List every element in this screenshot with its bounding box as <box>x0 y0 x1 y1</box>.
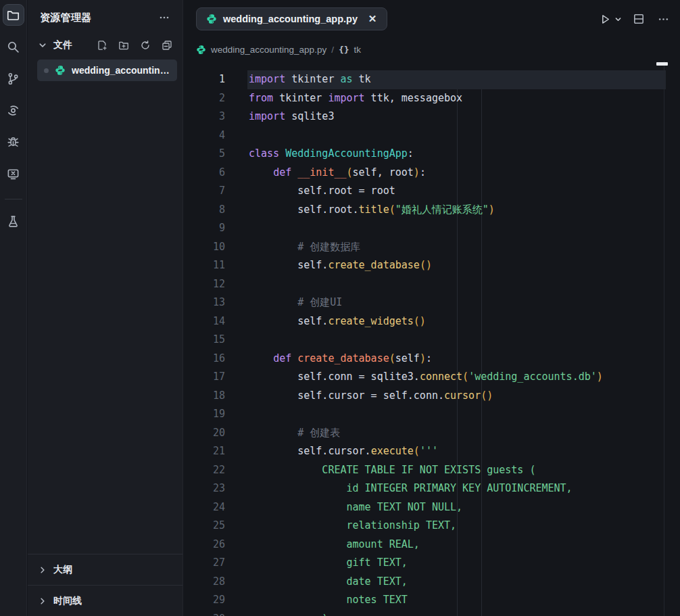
tab-wedding-accounting-app[interactable]: wedding_accounting_app.py ✕ <box>196 7 387 30</box>
source-control-icon[interactable] <box>3 68 24 89</box>
code-line[interactable]: 13 # 创建UI <box>184 293 680 312</box>
line-content: id INTEGER PRIMARY KEY AUTOINCREMENT, <box>225 479 680 498</box>
code-line[interactable]: 22 CREATE TABLE IF NOT EXISTS guests ( <box>184 461 680 480</box>
line-content: notes TEXT <box>225 591 680 610</box>
new-folder-icon[interactable] <box>116 38 131 53</box>
watcher-eye-icon[interactable] <box>3 99 24 121</box>
line-number: 25 <box>184 517 225 536</box>
line-number: 21 <box>184 442 225 461</box>
code-line[interactable]: 8 self.root.title("婚礼人情记账系统") <box>184 201 680 220</box>
code-line[interactable]: 15 <box>184 331 680 350</box>
code-line[interactable]: 4 <box>184 126 680 145</box>
code-line[interactable]: 12 <box>184 275 680 294</box>
code-line[interactable]: 24 name TEXT NOT NULL, <box>184 498 680 517</box>
timeline-label: 时间线 <box>53 595 82 607</box>
code-line[interactable]: 16 def create_database(self): <box>184 350 680 369</box>
line-number: 13 <box>184 293 225 312</box>
sidebar-bottom-sections: 大纲 时间线 <box>28 554 183 616</box>
code-line[interactable]: 18 self.cursor = self.conn.cursor() <box>184 387 680 406</box>
breadcrumb: wedding_accounting_app.py / {} tk <box>184 38 680 61</box>
new-file-icon[interactable] <box>95 38 110 53</box>
code-line[interactable]: 6 def __init__(self, root): <box>184 164 680 183</box>
code-line[interactable]: 5class WeddingAccountingApp: <box>184 145 680 164</box>
code-line[interactable]: 11 self.create_database() <box>184 256 680 275</box>
line-content: amount REAL, <box>225 536 680 554</box>
line-content: # 创建数据库 <box>225 238 680 257</box>
breadcrumb-separator: / <box>331 45 334 55</box>
line-content: date TEXT, <box>225 573 680 592</box>
line-content: self.root.title("婚礼人情记账系统") <box>225 201 680 220</box>
split-editor-icon[interactable] <box>631 11 646 26</box>
line-content: import tkinter as tk <box>225 70 680 89</box>
outline-label: 大纲 <box>53 564 72 576</box>
test-flask-icon[interactable] <box>3 210 24 232</box>
code-line[interactable]: 30 ) <box>184 610 680 616</box>
code-line[interactable]: 25 relationship TEXT, <box>184 517 680 536</box>
line-number: 15 <box>184 331 225 350</box>
line-number: 2 <box>184 89 225 108</box>
code-line[interactable]: 7 self.root = root <box>184 182 680 201</box>
line-number: 27 <box>184 554 225 573</box>
code-line[interactable]: 21 self.cursor.execute(''' <box>184 442 680 461</box>
python-icon <box>55 65 66 76</box>
code-line[interactable]: 17 self.conn = sqlite3.connect('wedding_… <box>184 368 680 387</box>
run-button[interactable] <box>600 14 622 25</box>
code-line[interactable]: 14 self.create_widgets() <box>184 312 680 331</box>
python-icon <box>206 14 217 24</box>
remote-screen-icon[interactable] <box>3 163 24 185</box>
modified-dot-icon <box>44 68 49 73</box>
code-line[interactable]: 10 # 创建数据库 <box>184 238 680 257</box>
line-number: 23 <box>184 479 225 498</box>
sidebar-more-actions-icon[interactable] <box>157 10 172 25</box>
tab-close-icon[interactable]: ✕ <box>366 13 379 25</box>
breadcrumb-symbol[interactable]: tk <box>354 45 362 55</box>
line-content <box>225 331 680 350</box>
chevron-right-icon <box>39 566 47 574</box>
line-content: gift TEXT, <box>225 554 680 573</box>
line-number: 7 <box>184 182 225 201</box>
code-line[interactable]: 26 amount REAL, <box>184 536 680 554</box>
line-number: 5 <box>184 145 225 164</box>
tab-title: wedding_accounting_app.py <box>223 14 358 24</box>
code-lines: 1import tkinter as tk2from tkinter impor… <box>184 70 680 616</box>
line-content: self.create_widgets() <box>225 312 680 331</box>
debug-icon[interactable] <box>3 131 24 153</box>
timeline-section-header[interactable]: 时间线 <box>28 585 183 616</box>
code-line[interactable]: 20 # 创建表 <box>184 424 680 443</box>
collapse-all-icon[interactable] <box>160 38 174 53</box>
line-number: 10 <box>184 238 225 257</box>
files-section-header[interactable]: 文件 <box>28 35 183 55</box>
refresh-icon[interactable] <box>138 38 153 53</box>
code-line[interactable]: 9 <box>184 219 680 238</box>
run-dropdown-chevron-icon[interactable] <box>614 16 622 23</box>
code-line[interactable]: 2from tkinter import ttk, messagebox <box>184 89 680 108</box>
chevron-down-icon <box>39 41 47 49</box>
line-content: relationship TEXT, <box>225 517 680 536</box>
breadcrumb-file[interactable]: wedding_accounting_app.py <box>211 45 326 55</box>
more-actions-icon[interactable] <box>656 11 671 26</box>
line-number: 9 <box>184 219 225 238</box>
code-line[interactable]: 1import tkinter as tk <box>184 70 680 89</box>
activity-bar-divider <box>5 199 22 199</box>
search-icon[interactable] <box>3 36 24 57</box>
line-number: 16 <box>184 350 225 369</box>
file-row-wedding-accounting-app[interactable]: wedding_accounting_app.py <box>37 60 177 81</box>
overview-ruler <box>664 61 664 616</box>
sidebar-title: 资源管理器 <box>40 11 92 24</box>
code-line[interactable]: 3import sqlite3 <box>184 108 680 126</box>
line-number: 26 <box>184 536 225 554</box>
explorer-icon[interactable] <box>3 4 24 26</box>
code-line[interactable]: 28 date TEXT, <box>184 573 680 592</box>
code-editor[interactable]: 1import tkinter as tk2from tkinter impor… <box>184 61 680 616</box>
code-line[interactable]: 27 gift TEXT, <box>184 554 680 573</box>
code-line[interactable]: 29 notes TEXT <box>184 591 680 610</box>
scrollbar-thumb[interactable] <box>656 62 668 66</box>
line-content: self.conn = sqlite3.connect('wedding_acc… <box>225 368 680 387</box>
line-number: 3 <box>184 108 225 126</box>
outline-section-header[interactable]: 大纲 <box>28 554 183 585</box>
line-number: 8 <box>184 201 225 220</box>
line-number: 20 <box>184 424 225 443</box>
line-number: 11 <box>184 256 225 275</box>
code-line[interactable]: 23 id INTEGER PRIMARY KEY AUTOINCREMENT, <box>184 479 680 498</box>
code-line[interactable]: 19 <box>184 405 680 424</box>
